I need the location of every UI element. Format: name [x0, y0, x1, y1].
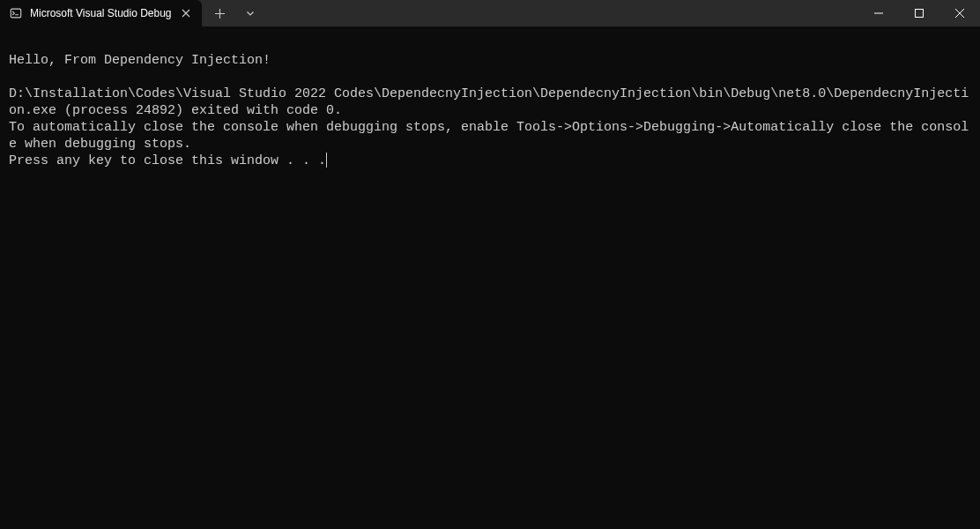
titlebar-drag-area[interactable]	[265, 0, 858, 26]
titlebar: Microsoft Visual Studio Debug	[0, 0, 980, 26]
active-tab[interactable]: Microsoft Visual Studio Debug	[0, 0, 202, 26]
new-tab-button[interactable]	[205, 0, 235, 26]
svg-rect-0	[11, 9, 20, 18]
console-line: To automatically close the console when …	[9, 120, 969, 152]
tab-dropdown-button[interactable]	[235, 0, 265, 26]
terminal-output[interactable]: Hello, From Dependency Injection! D:\Ins…	[0, 26, 980, 529]
tab-close-button[interactable]	[179, 6, 193, 20]
window-controls	[858, 0, 980, 26]
console-line: D:\Installation\Codes\Visual Studio 2022…	[9, 86, 969, 118]
cursor	[326, 153, 327, 168]
console-line: Hello, From Dependency Injection!	[9, 53, 271, 68]
close-window-button[interactable]	[939, 0, 980, 26]
tab-actions	[202, 0, 265, 26]
svg-rect-1	[916, 10, 924, 18]
terminal-icon	[9, 6, 23, 20]
tab-title: Microsoft Visual Studio Debug	[30, 7, 172, 19]
maximize-button[interactable]	[899, 0, 939, 26]
console-line: Press any key to close this window . . .	[9, 153, 326, 168]
minimize-button[interactable]	[858, 0, 899, 26]
